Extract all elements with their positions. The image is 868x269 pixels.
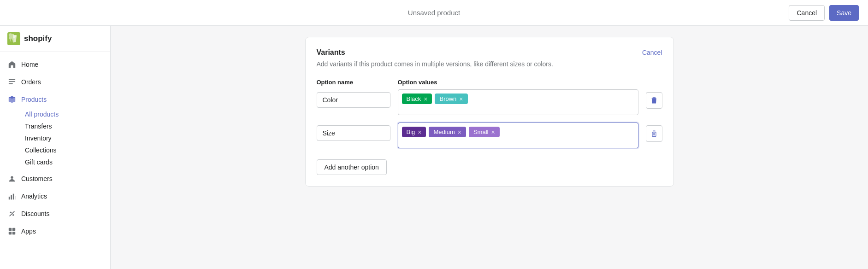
option-values-box-color[interactable]: Black × Brown × <box>398 89 638 115</box>
shopify-logo-icon <box>7 32 20 45</box>
svg-point-9 <box>10 212 12 214</box>
sidebar-item-apps[interactable]: Apps <box>0 222 110 240</box>
sidebar-item-customers-label: Customers <box>21 175 53 182</box>
card-title: Variants <box>317 48 345 57</box>
sidebar-item-orders[interactable]: Orders <box>0 73 110 91</box>
svg-rect-17 <box>654 99 655 102</box>
svg-point-4 <box>11 176 13 179</box>
svg-rect-12 <box>9 228 12 231</box>
topbar-title: Unsaved product <box>408 9 460 17</box>
option-row-color: Black × Brown × <box>317 89 662 115</box>
option-name-input-size[interactable] <box>317 125 390 141</box>
sidebar-item-apps-label: Apps <box>21 228 36 235</box>
tag-medium-label: Medium <box>433 129 455 135</box>
add-another-option-button[interactable]: Add another option <box>317 159 387 175</box>
trash-icon-size <box>650 130 658 137</box>
sidebar-item-home-label: Home <box>21 61 38 68</box>
sidebar-item-analytics-label: Analytics <box>21 193 47 200</box>
orders-icon <box>7 77 17 87</box>
shopify-brand-name: shopify <box>24 34 52 43</box>
svg-rect-6 <box>11 195 12 199</box>
topbar: Unsaved product Cancel Save <box>0 0 868 26</box>
sidebar-item-inventory[interactable]: Inventory <box>21 132 110 144</box>
products-icon <box>7 95 17 104</box>
tag-black: Black × <box>402 94 432 104</box>
tag-medium-remove[interactable]: × <box>458 129 461 135</box>
sidebar-navigation: Home Orders Products All products Transf… <box>0 52 110 244</box>
tag-big-remove[interactable]: × <box>418 129 421 135</box>
svg-rect-1 <box>9 79 15 80</box>
sidebar-item-discounts-label: Discounts <box>21 210 49 217</box>
svg-rect-3 <box>9 83 13 84</box>
analytics-icon <box>7 192 17 201</box>
svg-rect-15 <box>12 232 15 234</box>
svg-rect-5 <box>9 197 10 199</box>
option-row-size: Big × Medium × Small × <box>317 123 662 148</box>
svg-rect-14 <box>9 232 12 234</box>
variants-card: Variants Cancel Add variants if this pro… <box>305 37 674 187</box>
variants-cancel-link[interactable]: Cancel <box>642 49 662 56</box>
option-values-box-size[interactable]: Big × Medium × Small × <box>398 123 638 148</box>
tag-small-label: Small <box>473 129 489 135</box>
tag-medium: Medium × <box>429 127 466 137</box>
sidebar-item-gift-cards[interactable]: Gift cards <box>21 156 110 168</box>
save-button[interactable]: Save <box>829 5 859 21</box>
main-content: Variants Cancel Add variants if this pro… <box>111 26 868 269</box>
svg-rect-16 <box>653 99 654 102</box>
tag-brown-remove[interactable]: × <box>459 96 463 102</box>
option-name-input-color[interactable] <box>317 92 390 108</box>
tag-black-label: Black <box>407 95 421 102</box>
card-header: Variants Cancel <box>317 48 662 57</box>
apps-icon <box>7 227 17 236</box>
svg-rect-2 <box>9 81 15 82</box>
delete-color-option-button[interactable] <box>646 92 662 109</box>
delete-size-option-button[interactable] <box>646 125 662 142</box>
svg-rect-7 <box>13 194 14 200</box>
tag-small: Small × <box>469 127 500 137</box>
col-header-option-name: Option name <box>317 79 390 86</box>
topbar-actions: Cancel Save <box>789 5 859 21</box>
layout: shopify Home Orders Pro <box>0 26 868 269</box>
sidebar: shopify Home Orders Pro <box>0 26 111 269</box>
home-icon <box>7 60 17 69</box>
tag-black-remove[interactable]: × <box>424 96 427 102</box>
discounts-icon <box>7 209 17 218</box>
options-header: Option name Option values <box>317 79 662 86</box>
sidebar-item-discounts[interactable]: Discounts <box>0 205 110 222</box>
cancel-button[interactable]: Cancel <box>789 5 825 21</box>
tag-big-label: Big <box>407 129 415 135</box>
customers-icon <box>7 174 17 183</box>
tag-brown-label: Brown <box>439 95 456 102</box>
svg-rect-18 <box>652 132 656 137</box>
tag-small-remove[interactable]: × <box>491 129 495 135</box>
trash-icon <box>650 97 658 104</box>
col-header-option-values: Option values <box>398 79 635 86</box>
sidebar-item-customers[interactable]: Customers <box>0 170 110 187</box>
card-description: Add variants if this product comes in mu… <box>317 60 662 68</box>
svg-rect-20 <box>654 133 655 135</box>
svg-rect-13 <box>12 228 15 231</box>
tag-brown: Brown × <box>435 94 467 104</box>
sidebar-item-home[interactable]: Home <box>0 56 110 73</box>
sidebar-item-collections[interactable]: Collections <box>21 144 110 156</box>
svg-rect-8 <box>15 196 15 199</box>
sidebar-item-transfers[interactable]: Transfers <box>21 120 110 132</box>
size-tag-input[interactable] <box>502 127 634 137</box>
sidebar-item-products[interactable]: Products <box>0 91 110 108</box>
sidebar-item-products-label: Products <box>21 96 47 103</box>
sidebar-logo: shopify <box>0 26 110 52</box>
sidebar-item-analytics[interactable]: Analytics <box>0 187 110 205</box>
products-subnav: All products Transfers Inventory Collect… <box>0 108 110 170</box>
svg-rect-19 <box>653 133 654 135</box>
sidebar-item-all-products[interactable]: All products <box>21 108 110 120</box>
tag-big: Big × <box>402 127 426 137</box>
sidebar-item-orders-label: Orders <box>21 78 41 86</box>
svg-point-10 <box>12 214 14 216</box>
